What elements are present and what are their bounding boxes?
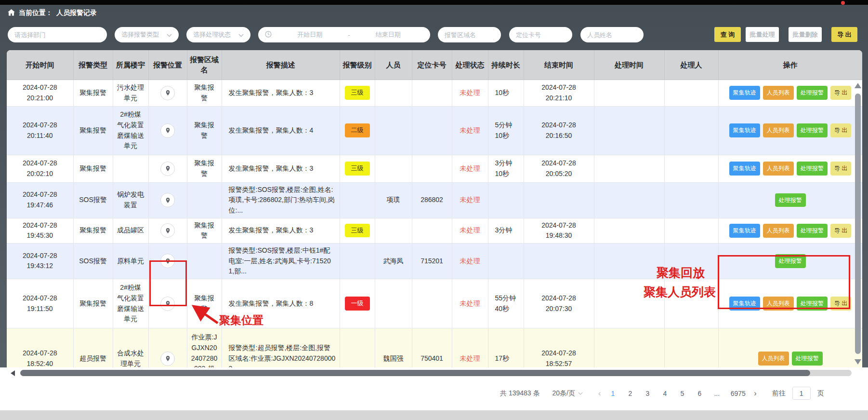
- department-input[interactable]: [8, 27, 107, 42]
- scroll-left-arrow-icon[interactable]: [11, 370, 15, 376]
- cell-alarm-type: SOS报警: [73, 182, 113, 218]
- track-button[interactable]: 聚集轨迹: [729, 86, 760, 100]
- card-input[interactable]: [509, 27, 572, 42]
- track-button[interactable]: 聚集轨迹: [729, 162, 760, 176]
- end-date-placeholder[interactable]: 结束日期: [353, 30, 423, 39]
- handle-alarm-button[interactable]: 处理报警: [775, 193, 806, 207]
- cell-card: [412, 80, 452, 106]
- scroll-up-arrow-icon[interactable]: [855, 83, 861, 88]
- breadcrumb: 当前位置： 人员报警记录: [8, 9, 97, 17]
- annotation-replay-note: 聚集回放: [657, 265, 705, 281]
- date-range-picker[interactable]: 开始日期 - 结束日期: [258, 27, 430, 42]
- track-button[interactable]: 聚集轨迹: [729, 297, 760, 311]
- cell-actions: 聚集轨迹人员列表处理报警导 出: [718, 279, 862, 328]
- row-export-button[interactable]: 导 出: [830, 162, 851, 176]
- col-alarm-level: 报警级别: [340, 50, 375, 80]
- cell-person: [375, 155, 412, 182]
- person-list-button[interactable]: 人员列表: [763, 162, 794, 176]
- table-row: 2024-07-28 19:11:50 聚集报警 2#粉煤气化装置磨煤输送单元 …: [7, 279, 862, 328]
- handle-alarm-button[interactable]: 处理报警: [775, 254, 806, 268]
- page-button-1[interactable]: 1: [607, 390, 618, 397]
- horizontal-scrollbar[interactable]: [7, 369, 862, 376]
- col-status: 处理状态: [452, 50, 488, 80]
- breadcrumb-label: 当前位置：: [19, 9, 53, 17]
- handle-alarm-button[interactable]: 处理报警: [792, 352, 823, 366]
- cell-alarm-desc: 报警类型:超员报警,楼层:全图,报警区域名:作业票:JGJXN202407280…: [222, 328, 340, 368]
- chevron-down-icon: [238, 31, 244, 39]
- page-button-5[interactable]: 5: [677, 390, 687, 397]
- location-pin-icon[interactable]: [160, 223, 175, 238]
- bottom-edge-strip: [0, 410, 868, 420]
- person-list-button[interactable]: 人员列表: [758, 352, 789, 366]
- cell-building: 锅炉发电装置: [113, 182, 148, 218]
- cell-end-time: 2024-07-28 20:05:20: [524, 155, 594, 182]
- person-list-button[interactable]: 人员列表: [763, 224, 794, 238]
- cell-handle-time: [594, 182, 664, 218]
- page-button-2[interactable]: 2: [625, 390, 635, 397]
- prev-page-button[interactable]: ‹: [598, 389, 601, 398]
- cell-card: 750401: [412, 328, 452, 368]
- next-page-button[interactable]: ›: [754, 389, 756, 398]
- level-badge: 一级: [345, 297, 370, 310]
- last-page-button[interactable]: 6975: [729, 390, 747, 397]
- chevron-down-icon: [578, 392, 583, 395]
- col-actions: 操作: [718, 50, 862, 80]
- row-export-button[interactable]: 导 出: [830, 123, 851, 137]
- vertical-scroll-thumb[interactable]: [855, 94, 861, 354]
- col-start-time: 开始时间: [7, 50, 73, 80]
- col-alarm-location: 报警位置: [148, 50, 187, 80]
- location-pin-icon[interactable]: [160, 86, 175, 100]
- alarm-type-select[interactable]: 选择报警类型: [115, 27, 179, 42]
- person-list-button[interactable]: 人员列表: [763, 297, 794, 311]
- track-button[interactable]: 聚集轨迹: [729, 123, 760, 137]
- query-button[interactable]: 查 询: [714, 27, 741, 42]
- handle-alarm-button[interactable]: 处理报警: [797, 224, 828, 238]
- cell-alarm-desc: 发生聚集报警，聚集人数：3: [222, 155, 340, 182]
- scroll-down-arrow-icon[interactable]: [855, 359, 861, 365]
- page-button-6[interactable]: 6: [694, 390, 705, 397]
- page-size-select[interactable]: 20条/页: [552, 389, 583, 398]
- location-pin-icon[interactable]: [160, 162, 175, 176]
- location-pin-icon[interactable]: [160, 254, 175, 268]
- location-pin-icon[interactable]: [160, 123, 175, 138]
- cell-end-time: 2024-07-28 20:07:30: [524, 279, 594, 328]
- handle-alarm-button[interactable]: 处理报警: [797, 297, 828, 311]
- cell-alarm-type: SOS报警: [73, 243, 113, 279]
- area-input[interactable]: [438, 27, 501, 42]
- handle-status-select[interactable]: 选择处理状态: [186, 27, 250, 42]
- cell-alarm-area: 聚集报警: [187, 155, 222, 182]
- cell-end-time: [524, 243, 594, 279]
- batch-delete-button[interactable]: 批量删除: [789, 27, 822, 42]
- row-export-button[interactable]: 导 出: [830, 86, 851, 100]
- row-export-button[interactable]: 导 出: [830, 297, 851, 311]
- app-root: 当前位置： 人员报警记录 选择报警类型 选择处理状态 开始日期 - 结束日期 查…: [0, 0, 868, 420]
- batch-process-button[interactable]: 批量处理: [746, 27, 779, 42]
- page-button-3[interactable]: 3: [642, 390, 653, 397]
- person-list-button[interactable]: 人员列表: [763, 123, 794, 137]
- handle-alarm-button[interactable]: 处理报警: [797, 162, 828, 176]
- col-person: 人员: [375, 50, 412, 80]
- cell-start-time: 2024-07-28 20:02:10: [7, 155, 73, 182]
- location-pin-icon[interactable]: [160, 297, 175, 311]
- row-export-button[interactable]: 导 出: [830, 224, 851, 238]
- name-input[interactable]: [580, 27, 644, 42]
- page-button-4[interactable]: 4: [659, 390, 670, 397]
- goto-page-input[interactable]: [792, 387, 811, 400]
- cell-alarm-type: 聚集报警: [73, 106, 113, 155]
- horizontal-scroll-thumb[interactable]: [20, 370, 810, 376]
- cell-duration: 3分钟10秒: [488, 155, 524, 182]
- handle-alarm-button[interactable]: 处理报警: [797, 123, 828, 137]
- handle-alarm-button[interactable]: 处理报警: [797, 86, 828, 100]
- cell-actions: 聚集轨迹人员列表处理报警导 出: [718, 106, 862, 155]
- location-pin-icon[interactable]: [160, 352, 175, 366]
- more-pages-button[interactable]: ...: [711, 390, 722, 397]
- location-pin-icon[interactable]: [160, 193, 175, 207]
- cell-card: 286802: [412, 182, 452, 218]
- person-list-button[interactable]: 人员列表: [763, 86, 794, 100]
- start-date-placeholder[interactable]: 开始日期: [275, 30, 345, 39]
- cell-actions: 聚集轨迹人员列表处理报警导 出: [718, 218, 862, 243]
- vertical-scrollbar[interactable]: [855, 81, 861, 366]
- cell-building: [113, 155, 148, 182]
- export-button[interactable]: 导 出: [831, 27, 857, 42]
- track-button[interactable]: 聚集轨迹: [729, 224, 760, 238]
